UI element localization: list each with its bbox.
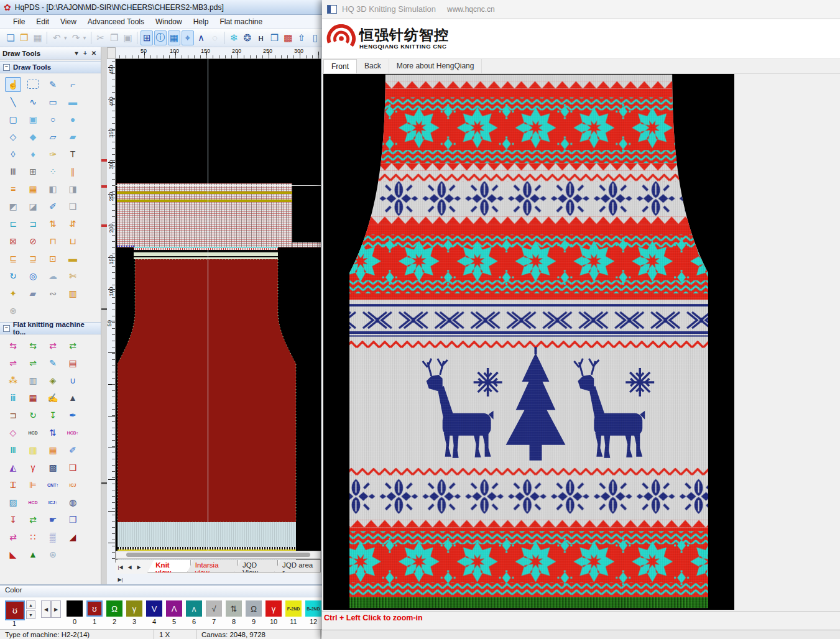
align-insert-right-icon[interactable]: ⊐ (25, 216, 41, 231)
icon-mode-icon[interactable]: ▦ (168, 30, 180, 45)
hcd-up-icon[interactable]: HCD↑ (65, 425, 81, 440)
yarn-loop-icon[interactable]: γ (25, 460, 41, 475)
redo-icon[interactable]: ↷ (70, 30, 82, 45)
ibeam-tool-icon[interactable]: Ɪ (5, 477, 21, 492)
snowflake-tool-icon[interactable]: ❄ (228, 30, 240, 45)
hcd-tag-icon[interactable]: HCD (25, 495, 41, 510)
color-card-icon[interactable]: ▤ (65, 356, 81, 370)
arrows-up-down-icon[interactable]: ⇅ (45, 425, 61, 440)
find-tool-icon[interactable]: ʜ (255, 30, 267, 45)
camo-pattern-icon[interactable]: ▩ (45, 460, 61, 475)
yellow-stripes-icon[interactable]: ▥ (25, 443, 41, 457)
rectangle-icon[interactable]: ▭ (45, 94, 61, 109)
pencil-icon[interactable]: ✎ (45, 77, 61, 92)
menu-window[interactable]: Window (150, 16, 188, 27)
spinner-down-icon[interactable]: ▼ (26, 610, 35, 619)
orange-block-icon[interactable]: ▦ (45, 443, 61, 457)
panel-pin-icon[interactable]: + (81, 50, 90, 57)
polygon-icon[interactable]: ◊ (5, 147, 21, 162)
frame-right-icon[interactable]: ⊒ (25, 251, 41, 266)
color-picker-icon[interactable]: ✑ (45, 147, 61, 162)
settings-gear-icon[interactable]: ⊛ (5, 303, 21, 318)
color-swatch-0[interactable]: 0 (65, 600, 85, 625)
fill-tool-1-icon[interactable]: ◧ (45, 182, 61, 196)
intarsia-marks-icon[interactable]: ◭ (5, 460, 21, 475)
sim-tab-more-about-hengqiang[interactable]: More about HengQiang (389, 59, 482, 73)
palette-tool-icon[interactable]: ▩ (282, 30, 294, 45)
info-tip-icon[interactable]: ⓘ (154, 30, 167, 45)
pager-prev-icon[interactable]: ◀ (41, 600, 51, 618)
color-swatch-7[interactable]: √7 (204, 600, 224, 625)
tab-nav-last[interactable]: ▶| (116, 574, 125, 584)
transfer-back-to-fabric-icon[interactable]: ⇄ (65, 338, 81, 353)
paint-edit-icon[interactable]: ✎ (45, 356, 61, 370)
title-bar[interactable]: ✿ HqPDS - [D:\RAJON\MD-SIR\N\CHEERS\CHEE… (0, 0, 322, 15)
cnt-up-icon[interactable]: CNT↑ (45, 477, 61, 492)
collar-design-icon[interactable]: ◈ (45, 373, 61, 388)
select-region-icon[interactable]: ◌ (208, 30, 221, 45)
bead-chain-icon[interactable]: ⁘ (45, 164, 61, 179)
eraser-icon[interactable]: ▰ (25, 286, 41, 301)
parallelogram-filled-icon[interactable]: ▰ (65, 129, 81, 144)
menu-edit[interactable]: Edit (30, 16, 55, 27)
layer-copy-icon[interactable]: ❒ (65, 512, 81, 527)
menu-file[interactable]: File (7, 16, 30, 27)
transfer-front-to-back-icon[interactable]: ⇆ (5, 338, 21, 353)
panel-collapse-icon[interactable]: ▾ (72, 50, 81, 57)
paste-icon[interactable]: ▣ (122, 30, 134, 45)
yarn-cone-icon[interactable]: ▲ (65, 390, 81, 405)
magic-wand-icon[interactable]: ✦ (5, 286, 21, 301)
save-file-icon[interactable]: ▦ (32, 30, 44, 45)
swap-refresh-icon[interactable]: ↻ (5, 269, 21, 283)
cut-icon[interactable]: ✂ (95, 30, 107, 45)
ellipse-icon[interactable]: ○ (45, 112, 61, 127)
menu-view[interactable]: View (55, 16, 82, 27)
menu-advanceed-tools[interactable]: Advanceed Tools (82, 16, 150, 27)
hcd-insert-icon[interactable]: HCD (25, 425, 41, 440)
diamond-icon[interactable]: ◇ (5, 129, 21, 144)
frame-inner-icon[interactable]: ⊡ (45, 251, 61, 266)
rounded-rectangle-icon[interactable]: ▢ (5, 112, 21, 127)
yarn-cassette-icon[interactable]: ▥ (25, 373, 41, 388)
curve-icon[interactable]: ∿ (25, 94, 41, 109)
node-link-icon[interactable]: ⁂ (5, 373, 21, 388)
tab-jqd-view[interactable]: JQD View (234, 560, 278, 572)
color-swatch-2[interactable]: Ω2 (104, 600, 124, 625)
menu-flat-machine[interactable]: Flat machine (214, 16, 268, 27)
delete-rows-icon[interactable]: ⊠ (5, 234, 21, 249)
pen-tool-icon[interactable]: ✒ (65, 408, 81, 423)
new-file-icon[interactable]: ❏ (4, 30, 17, 45)
icj-tool-icon[interactable]: ICJ (65, 477, 81, 492)
tab-intarsia-view[interactable]: Intarsia view (187, 560, 238, 572)
panel-close-icon[interactable]: ✕ (90, 50, 98, 57)
loop-action-icon[interactable]: ↻ (25, 408, 41, 423)
fabric-block-icon[interactable]: ▦ (25, 390, 41, 405)
tab-knit-view[interactable]: Knit view (147, 560, 191, 572)
cloud-icon[interactable]: ☁ (45, 269, 61, 283)
icj-up-icon[interactable]: ICJ↑ (45, 495, 61, 510)
tab-nav-first[interactable]: |◀ (116, 563, 125, 572)
transfer-front-to-fabric-icon[interactable]: ⇆ (25, 338, 41, 353)
more-tool-icon[interactable]: ▯ (309, 30, 321, 45)
frame-top-icon[interactable]: ⊓ (45, 234, 61, 249)
copy-icon[interactable]: ❐ (108, 30, 121, 45)
dot-rows-icon[interactable]: ∷ (25, 530, 41, 545)
memo-edit-icon[interactable]: ✍ (45, 390, 61, 405)
shield-tool-icon[interactable]: ❂ (241, 30, 254, 45)
distribute-vertical-icon[interactable]: ⇅ (45, 216, 61, 231)
transfer-back-to-front-icon[interactable]: ⇄ (45, 338, 61, 353)
current-color-swatch[interactable]: ʊ (5, 600, 25, 620)
line-icon[interactable]: ╲ (5, 94, 21, 109)
down-delete-icon[interactable]: ↧ (5, 512, 21, 527)
shirt-shape-icon[interactable]: ∪ (65, 373, 81, 388)
sim-tab-back[interactable]: Back (357, 59, 389, 73)
stairs-shape-icon[interactable]: ◢ (65, 530, 81, 545)
diamond-filled-icon[interactable]: ◆ (25, 129, 41, 144)
insert-grid-icon[interactable]: ⊞ (25, 164, 41, 179)
polygon-filled-icon[interactable]: ♦ (25, 147, 41, 162)
copy-pages-icon[interactable]: ❏ (65, 199, 81, 214)
rectangle-filled-icon[interactable]: ▬ (65, 94, 81, 109)
parallelogram-icon[interactable]: ▱ (45, 129, 61, 144)
hand-form-icon[interactable]: ☛ (45, 512, 61, 527)
tab-jqd-area-r[interactable]: JQD area r (274, 560, 321, 572)
